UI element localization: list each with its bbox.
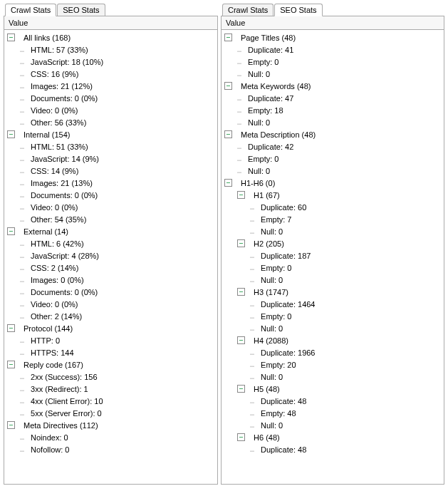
tree-row[interactable]: … Null: 0 bbox=[222, 371, 444, 383]
tree-row[interactable]: … Video: 0 (0%) bbox=[4, 201, 217, 213]
tree-row[interactable]: … Video: 0 (0%) bbox=[4, 104, 217, 116]
tree-row[interactable]: … Duplicate: 42 bbox=[222, 140, 444, 152]
tree-row[interactable]: … Images: 21 (12%) bbox=[4, 80, 217, 92]
tree-row[interactable]: … Empty: 7 bbox=[222, 213, 444, 225]
tree-row[interactable]: Page Titles (48) bbox=[222, 31, 444, 43]
tree-row[interactable]: … Empty: 0 bbox=[222, 56, 444, 68]
tree-row[interactable]: … HTTPS: 144 bbox=[4, 346, 217, 358]
tree-row[interactable]: … Duplicate: 1464 bbox=[222, 298, 444, 310]
tree-row[interactable]: Meta Description (48) bbox=[222, 128, 444, 140]
tree-row[interactable]: … Duplicate: 48 bbox=[222, 443, 444, 455]
tree-row[interactable]: … CSS: 14 (9%) bbox=[4, 165, 217, 177]
tree-row[interactable]: Internal (154) bbox=[4, 128, 217, 140]
tree-row[interactable]: Meta Keywords (48) bbox=[222, 80, 444, 92]
tree-row[interactable]: … Nofollow: 0 bbox=[4, 443, 217, 455]
tree-row[interactable]: … HTML: 57 (33%) bbox=[4, 43, 217, 56]
tree-row[interactable]: H2 (205) bbox=[222, 237, 444, 249]
collapse-icon[interactable] bbox=[7, 421, 15, 429]
tree-row[interactable]: … Empty: 20 bbox=[222, 358, 444, 371]
tree-row[interactable]: … Null: 0 bbox=[222, 274, 444, 286]
collapse-icon[interactable] bbox=[7, 33, 15, 41]
tree-label: Duplicate: 48 bbox=[260, 445, 306, 454]
tree-row[interactable]: … CSS: 16 (9%) bbox=[4, 68, 217, 80]
tree-row[interactable]: Meta Directives (112) bbox=[4, 419, 217, 431]
tree-row[interactable]: … Duplicate: 60 bbox=[222, 201, 444, 213]
tree-row[interactable]: All links (168) bbox=[4, 31, 217, 43]
tab-seo-stats[interactable]: SEO Stats bbox=[57, 4, 105, 16]
tree-row[interactable]: … Null: 0 bbox=[222, 225, 444, 237]
tree-row[interactable]: … Null: 0 bbox=[222, 68, 444, 80]
tree-row[interactable]: … 3xx (Redirect): 1 bbox=[4, 383, 217, 395]
tree-label: JavaScript: 14 (9%) bbox=[30, 155, 99, 163]
collapse-icon[interactable] bbox=[237, 433, 245, 441]
collapse-icon[interactable] bbox=[224, 33, 232, 41]
tree-row[interactable]: … Null: 0 bbox=[222, 116, 444, 128]
tree-row[interactable]: … HTML: 51 (33%) bbox=[4, 140, 217, 152]
tree-row[interactable]: H4 (2088) bbox=[222, 334, 444, 346]
tree-row[interactable]: … Empty: 0 bbox=[222, 152, 444, 165]
tree-row[interactable]: H1-H6 (0) bbox=[222, 177, 444, 189]
tree-row[interactable]: … JavaScript: 18 (10%) bbox=[4, 56, 217, 68]
collapse-icon[interactable] bbox=[7, 227, 15, 235]
tree-row[interactable]: … Duplicate: 48 bbox=[222, 395, 444, 407]
tab-seo-stats[interactable]: SEO Stats bbox=[274, 4, 322, 16]
collapse-icon[interactable] bbox=[237, 336, 245, 344]
tree-label: Meta Directives (112) bbox=[23, 421, 98, 430]
tree-connector-icon: … bbox=[20, 82, 30, 90]
tree-row[interactable]: … Duplicate: 187 bbox=[222, 249, 444, 262]
tree-label: 3xx (Redirect): 1 bbox=[30, 385, 88, 393]
tree-row[interactable]: Reply code (167) bbox=[4, 358, 217, 371]
left-tree: All links (168)… HTML: 57 (33%)… JavaScr… bbox=[4, 30, 217, 457]
tree-row[interactable]: … Documents: 0 (0%) bbox=[4, 286, 217, 298]
tree-row[interactable]: … Other: 56 (33%) bbox=[4, 116, 217, 128]
tree-row[interactable]: … 2xx (Success): 156 bbox=[4, 371, 217, 383]
tree-row[interactable]: … Documents: 0 (0%) bbox=[4, 189, 217, 201]
collapse-icon[interactable] bbox=[237, 385, 245, 393]
tree-row[interactable]: … JavaScript: 4 (28%) bbox=[4, 249, 217, 262]
collapse-icon[interactable] bbox=[7, 130, 15, 138]
tree-row[interactable]: … HTTP: 0 bbox=[4, 334, 217, 346]
collapse-icon[interactable] bbox=[237, 239, 245, 247]
tree-row[interactable]: H5 (48) bbox=[222, 383, 444, 395]
tree-row[interactable]: … Empty: 0 bbox=[222, 262, 444, 274]
tree-row[interactable]: … Null: 0 bbox=[222, 322, 444, 334]
tree-row[interactable]: … Video: 0 (0%) bbox=[4, 298, 217, 310]
tree-row[interactable]: … Empty: 48 bbox=[222, 407, 444, 419]
tree-row[interactable]: H3 (1747) bbox=[222, 286, 444, 298]
tree-row[interactable]: … Duplicate: 1966 bbox=[222, 346, 444, 358]
right-body[interactable]: Page Titles (48)… Duplicate: 41… Empty: … bbox=[221, 29, 444, 485]
tree-label: H5 (48) bbox=[253, 385, 280, 393]
tree-row[interactable]: H1 (67) bbox=[222, 189, 444, 201]
collapse-icon[interactable] bbox=[237, 288, 245, 296]
tree-row[interactable]: … Other: 54 (35%) bbox=[4, 213, 217, 225]
tree-row[interactable]: … Empty: 18 bbox=[222, 104, 444, 116]
tree-row[interactable]: … CSS: 2 (14%) bbox=[4, 262, 217, 274]
collapse-icon[interactable] bbox=[7, 361, 15, 368]
collapse-icon[interactable] bbox=[237, 191, 245, 199]
tree-row[interactable]: … Duplicate: 41 bbox=[222, 43, 444, 56]
tree-row[interactable]: … Null: 0 bbox=[222, 165, 444, 177]
tree-row[interactable]: … HTML: 6 (42%) bbox=[4, 237, 217, 249]
tree-row[interactable]: External (14) bbox=[4, 225, 217, 237]
tree-row[interactable]: Protocol (144) bbox=[4, 322, 217, 334]
tree-row[interactable]: H6 (48) bbox=[222, 431, 444, 443]
tree-row[interactable]: … Duplicate: 47 bbox=[222, 92, 444, 104]
collapse-icon[interactable] bbox=[224, 130, 232, 138]
tree-label: JavaScript: 4 (28%) bbox=[30, 252, 99, 260]
tree-row[interactable]: … Documents: 0 (0%) bbox=[4, 92, 217, 104]
collapse-icon[interactable] bbox=[7, 324, 15, 332]
collapse-icon[interactable] bbox=[224, 82, 232, 90]
tree-row[interactable]: … Null: 0 bbox=[222, 419, 444, 431]
collapse-icon[interactable] bbox=[224, 179, 232, 187]
left-body[interactable]: All links (168)… HTML: 57 (33%)… JavaScr… bbox=[4, 29, 218, 485]
tree-row[interactable]: … Empty: 0 bbox=[222, 310, 444, 322]
tree-row[interactable]: … Images: 0 (0%) bbox=[4, 274, 217, 286]
tree-row[interactable]: … Images: 21 (13%) bbox=[4, 177, 217, 189]
tree-row[interactable]: … 5xx (Server Error): 0 bbox=[4, 407, 217, 419]
tree-row[interactable]: … 4xx (Client Error): 10 bbox=[4, 395, 217, 407]
tree-row[interactable]: … JavaScript: 14 (9%) bbox=[4, 152, 217, 165]
tab-crawl-stats[interactable]: Crawl Stats bbox=[222, 4, 274, 16]
tree-row[interactable]: … Noindex: 0 bbox=[4, 431, 217, 443]
tree-row[interactable]: … Other: 2 (14%) bbox=[4, 310, 217, 322]
tab-crawl-stats[interactable]: Crawl Stats bbox=[5, 4, 56, 16]
